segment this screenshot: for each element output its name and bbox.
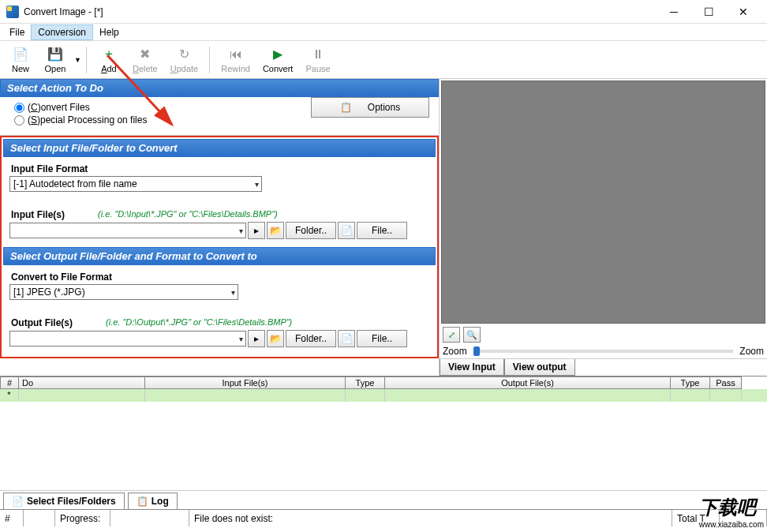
window-title: Convert Image - [*] <box>24 6 657 17</box>
maximize-button[interactable]: ☐ <box>691 1 726 23</box>
options-icon: 📋 <box>340 102 352 113</box>
titlebar: Convert Image - [*] ─ ☐ ✕ <box>0 0 767 24</box>
app-icon <box>6 6 19 18</box>
menubar: File Conversion Help <box>0 24 767 41</box>
zoom-label-left: Zoom <box>443 346 467 357</box>
radio-convert[interactable] <box>14 103 24 113</box>
input-hint: (i.e. "D:\Input\*.JPG" or "C:\Files\Deta… <box>98 209 278 219</box>
input-format-combo[interactable]: [-1] Autodetect from file name <box>9 176 262 192</box>
zoom-slider[interactable] <box>473 350 734 353</box>
convert-icon: ▶ <box>270 47 286 62</box>
input-file-icon[interactable]: 📄 <box>338 222 355 239</box>
output-file-icon[interactable]: 📄 <box>338 330 355 347</box>
status-hash: # <box>0 510 24 526</box>
radio-special-label[interactable]: (S)pecial Processing on files <box>28 114 147 126</box>
zoom-fit-button[interactable]: ⤢ <box>443 327 460 343</box>
input-folder-button[interactable]: Folder.. <box>286 222 336 239</box>
input-play-button[interactable]: ▸ <box>248 222 265 239</box>
col-input[interactable]: Input File(s) <box>145 377 346 389</box>
menu-help[interactable]: Help <box>93 25 125 39</box>
status-message: File does not exist: <box>189 510 672 526</box>
output-folder-icon[interactable]: 📂 <box>267 330 284 347</box>
output-format-label: Convert to File Format <box>11 272 429 283</box>
add-button[interactable]: ＋ AAdddd <box>92 45 126 75</box>
open-button[interactable]: 💾 Open <box>38 45 73 75</box>
col-type2[interactable]: Type <box>671 377 710 389</box>
add-icon: ＋ <box>101 47 117 62</box>
col-type[interactable]: Type <box>346 377 385 389</box>
col-do[interactable]: Do <box>19 377 145 389</box>
toolbar: 📄 New 💾 Open ▼ ＋ AAdddd ✖ DeleteDelete ↻… <box>0 41 767 79</box>
left-pane: Select Action To Do (C)onvert Files (S)p… <box>0 79 439 376</box>
delete-icon: ✖ <box>137 47 153 62</box>
minimize-button[interactable]: ─ <box>657 1 691 23</box>
bottom-tabs: 📄 Select Files/Folders 📋 Log <box>0 490 767 509</box>
zoom-label-right: Zoom <box>739 346 764 357</box>
action-header: Select Action To Do <box>0 79 439 97</box>
update-button[interactable]: ↻ UpdateUpdate <box>164 45 204 75</box>
preview-area <box>441 81 765 324</box>
output-hint: (i.e. "D:\Output\*.JPG" or "C:\Files\Det… <box>106 317 292 327</box>
statusbar: # Progress: File does not exist: Total T <box>0 509 767 526</box>
input-format-label: Input File Format <box>11 163 429 174</box>
output-files-label: Output File(s) <box>11 317 73 328</box>
tab-select-files[interactable]: 📄 Select Files/Folders <box>3 493 125 509</box>
convert-button[interactable]: ▶ Convert <box>256 45 300 75</box>
row-mark: * <box>0 389 19 402</box>
status-progress-label: Progress: <box>55 510 110 526</box>
grid-row[interactable]: * <box>0 389 767 402</box>
watermark: 下载吧 www.xiazaiba.com <box>696 492 767 532</box>
input-files-label: Input File(s) <box>11 209 65 220</box>
document-icon: 📄 <box>12 496 24 507</box>
input-file-button[interactable]: File.. <box>357 222 407 239</box>
output-folder-button[interactable]: Folder.. <box>286 330 336 347</box>
close-button[interactable]: ✕ <box>726 1 761 23</box>
rewind-icon: ⏮ <box>228 47 244 62</box>
pause-icon: ⏸ <box>310 47 326 62</box>
delete-button[interactable]: ✖ DeleteDelete <box>126 45 164 75</box>
grid-header: # Do Input File(s) Type Output File(s) T… <box>0 377 767 389</box>
zoom-actual-button[interactable]: 🔍 <box>463 327 481 343</box>
right-pane: ⤢ 🔍 Zoom Zoom View Input View output <box>439 79 767 376</box>
output-header: Select Output File/Folder and Format to … <box>3 247 436 265</box>
open-dropdown-icon[interactable]: ▼ <box>74 56 81 64</box>
new-button[interactable]: 📄 New <box>3 45 38 75</box>
output-files-combo[interactable] <box>9 331 246 347</box>
new-icon: 📄 <box>13 47 28 62</box>
file-grid: # Do Input File(s) Type Output File(s) T… <box>0 376 767 490</box>
update-icon: ↻ <box>176 47 192 62</box>
log-icon: 📋 <box>137 496 148 507</box>
col-output[interactable]: Output File(s) <box>385 377 671 389</box>
input-files-combo[interactable] <box>9 223 246 238</box>
col-pass[interactable]: Pass <box>710 377 742 389</box>
input-header: Select Input File/Folder to Convert <box>3 139 436 157</box>
input-folder-icon[interactable]: 📂 <box>267 222 284 239</box>
output-file-button[interactable]: File.. <box>357 330 407 347</box>
open-icon: 💾 <box>47 47 63 62</box>
radio-special[interactable] <box>14 115 24 126</box>
output-play-button[interactable]: ▸ <box>248 330 265 347</box>
col-hash[interactable]: # <box>0 377 19 389</box>
radio-convert-label[interactable]: (C)onvert Files <box>28 102 90 113</box>
tab-view-input[interactable]: View Input <box>440 359 504 376</box>
pause-button[interactable]: ⏸ Pause <box>299 45 336 75</box>
separator <box>86 47 87 73</box>
options-button[interactable]: 📋 Options <box>311 97 429 118</box>
output-format-combo[interactable]: [1] JPEG (*.JPG) <box>9 284 238 300</box>
tab-view-output[interactable]: View output <box>504 359 575 376</box>
highlight-frame: Select Input File/Folder to Convert Inpu… <box>0 136 439 358</box>
separator <box>209 47 210 73</box>
menu-conversion[interactable]: Conversion <box>31 24 93 40</box>
rewind-button[interactable]: ⏮ Rewind <box>215 45 256 75</box>
menu-file[interactable]: File <box>3 25 31 39</box>
tab-log[interactable]: 📋 Log <box>128 493 178 509</box>
